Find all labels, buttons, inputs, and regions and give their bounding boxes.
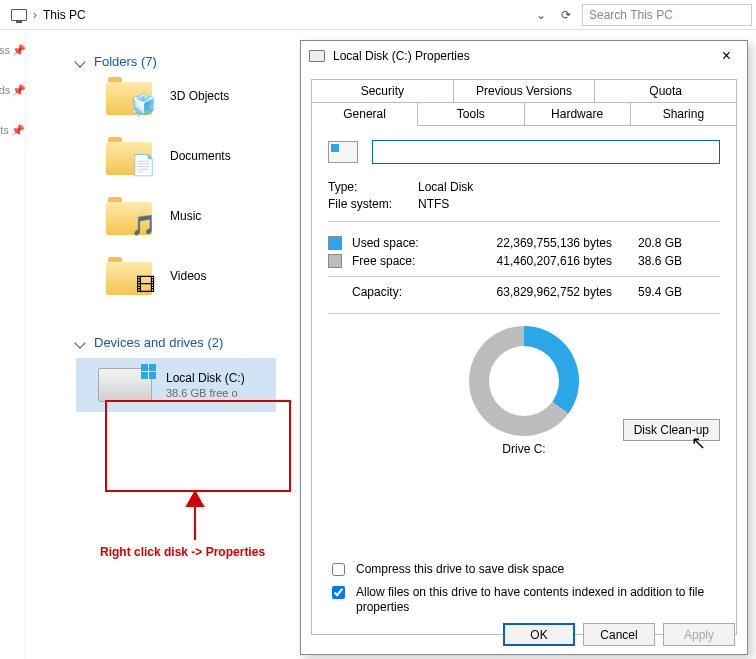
search-placeholder: Search This PC xyxy=(589,8,673,22)
pin-icon: 📌 xyxy=(12,44,26,57)
free-gb: 38.6 GB xyxy=(612,254,682,268)
tab-tools[interactable]: Tools xyxy=(417,103,524,126)
navigation-pane: ss📌 ds📌 ts📌 xyxy=(0,30,26,659)
close-button[interactable]: × xyxy=(714,47,739,65)
pin-icon: 📌 xyxy=(11,124,25,137)
pie-drive-label: Drive C: xyxy=(328,442,720,456)
quickaccess-item[interactable]: ds📌 xyxy=(0,70,25,110)
free-swatch-icon xyxy=(328,254,342,268)
folder-icon: 📄 xyxy=(106,137,152,175)
used-bytes: 22,369,755,136 bytes xyxy=(442,236,612,250)
usage-section: Used space: 22,369,755,136 bytes 20.8 GB… xyxy=(328,221,720,314)
this-pc-icon xyxy=(11,9,27,21)
dialog-title: Local Disk (C:) Properties xyxy=(333,49,470,63)
drive-icon xyxy=(309,50,325,62)
windows-logo-icon xyxy=(141,364,156,379)
drive-local-c[interactable]: Local Disk (C:) 38.6 GB free o xyxy=(76,358,276,412)
capacity-label: Capacity: xyxy=(352,285,442,299)
tab-sharing[interactable]: Sharing xyxy=(630,103,737,126)
usage-pie-chart xyxy=(469,326,579,436)
tab-hardware[interactable]: Hardware xyxy=(524,103,631,126)
chevron-down-icon[interactable]: ⌄ xyxy=(536,8,550,22)
index-label: Allow files on this drive to have conten… xyxy=(356,585,720,616)
drive-name: Local Disk (C:) xyxy=(166,371,245,385)
compress-checkbox[interactable] xyxy=(332,563,345,576)
type-label: Type: xyxy=(328,180,418,194)
free-label: Free space: xyxy=(352,254,442,268)
breadcrumb[interactable]: › This PC xyxy=(4,7,530,23)
filesystem-label: File system: xyxy=(328,197,418,211)
ok-button[interactable]: OK xyxy=(503,623,575,646)
compress-checkbox-row[interactable]: Compress this drive to save disk space xyxy=(328,562,720,579)
titlebar: Local Disk (C:) Properties × xyxy=(301,41,747,71)
chevron-right-icon: › xyxy=(33,8,37,22)
apply-button[interactable]: Apply xyxy=(663,623,735,646)
free-bytes: 41,460,207,616 bytes xyxy=(442,254,612,268)
folder-icon: 🎵 xyxy=(106,197,152,235)
compress-label: Compress this drive to save disk space xyxy=(356,562,564,578)
pin-icon: 📌 xyxy=(12,84,26,97)
properties-dialog: Local Disk (C:) Properties × Security Pr… xyxy=(300,40,748,655)
refresh-icon[interactable]: ⟳ xyxy=(556,8,576,22)
used-label: Used space: xyxy=(352,236,442,250)
address-bar: › This PC ⌄ ⟳ Search This PC xyxy=(0,0,756,30)
folder-icon: 🎞 xyxy=(106,257,152,295)
tab-security[interactable]: Security xyxy=(311,79,454,103)
quickaccess-item[interactable]: ss📌 xyxy=(0,30,25,70)
tab-previous-versions[interactable]: Previous Versions xyxy=(453,79,596,103)
index-checkbox-row[interactable]: Allow files on this drive to have conten… xyxy=(328,585,720,616)
search-input[interactable]: Search This PC xyxy=(582,4,752,26)
drive-freespace: 38.6 GB free o xyxy=(166,387,245,399)
capacity-bytes: 63,829,962,752 bytes xyxy=(442,285,612,299)
drive-icon xyxy=(98,368,152,402)
type-value: Local Disk xyxy=(418,180,720,194)
drive-name-input[interactable] xyxy=(372,140,720,164)
quickaccess-item[interactable]: ts📌 xyxy=(0,110,25,150)
chevron-down-icon xyxy=(74,56,85,67)
tab-panel-general: Type:Local Disk File system:NTFS Used sp… xyxy=(311,125,737,635)
cancel-button[interactable]: Cancel xyxy=(583,623,655,646)
tab-quota[interactable]: Quota xyxy=(594,79,737,103)
drive-icon xyxy=(328,141,358,163)
used-gb: 20.8 GB xyxy=(612,236,682,250)
chevron-down-icon xyxy=(74,337,85,348)
annotation-text: Right click disk -> Properties xyxy=(100,545,265,559)
disk-cleanup-button[interactable]: Disk Clean-up xyxy=(623,419,720,441)
used-swatch-icon xyxy=(328,236,342,250)
filesystem-value: NTFS xyxy=(418,197,720,211)
index-checkbox[interactable] xyxy=(332,586,345,599)
folder-icon: 🧊 xyxy=(106,77,152,115)
capacity-gb: 59.4 GB xyxy=(612,285,682,299)
location-text: This PC xyxy=(43,8,86,22)
tab-general[interactable]: General xyxy=(311,103,418,126)
